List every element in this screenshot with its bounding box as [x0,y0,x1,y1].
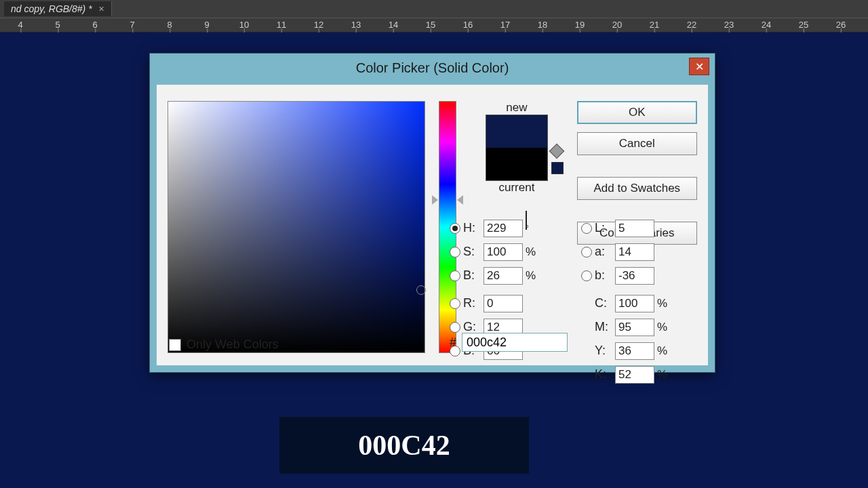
unit-pct-s: % [526,245,542,259]
ruler-tick: 19 [575,18,585,30]
color-swatch-box [486,115,548,181]
cancel-button[interactable]: Cancel [577,132,697,155]
color-picker-dialog: Color Picker (Solid Color) ✕ new current [149,53,715,373]
color-fields: H: ° L: S: % [450,216,697,386]
current-label: current [466,181,567,195]
input-c[interactable] [615,295,654,312]
unit-pct-m: % [657,321,673,334]
label-y: Y: [595,344,612,358]
input-s[interactable] [484,243,523,261]
ruler-tick: 24 [762,18,771,30]
ruler-tick: 7 [130,18,134,30]
label-b-lab: b: [595,268,612,283]
radio-b-hsb[interactable] [450,270,460,281]
label-k: K: [595,367,612,382]
label-s: S: [463,245,481,259]
hex-row: # [450,333,568,352]
ruler-tick: 26 [836,18,846,30]
ruler-tick: 22 [687,18,696,30]
close-icon[interactable]: × [98,3,104,14]
input-a[interactable] [615,243,654,261]
input-h[interactable] [484,220,523,237]
only-web-colors-checkbox[interactable] [169,339,181,351]
saturation-value-field[interactable] [167,101,425,353]
ruler-tick: 16 [463,18,473,30]
ruler-tick: 11 [277,18,286,30]
dialog-close-button[interactable]: ✕ [689,58,709,75]
dialog-body: new current OK Cancel Add to Swatches Co… [157,85,708,365]
radio-g[interactable] [450,322,460,333]
dialog-title: Color Picker (Solid Color) [150,60,715,76]
ruler-tick: 6 [92,18,97,30]
input-m[interactable] [615,319,654,336]
document-tab[interactable]: nd copy, RGB/8#) * × [4,1,112,16]
ruler-tick: 15 [426,18,435,30]
app-tab-bar: nd copy, RGB/8#) * × [0,0,868,18]
label-c: C: [595,296,612,310]
new-color-swatch [486,115,547,148]
hex-banner: 000C42 [279,417,529,474]
unit-pct-b: % [526,269,542,283]
label-a: a: [595,245,612,259]
label-m: M: [595,320,612,334]
document-tab-title: nd copy, RGB/8#) * [11,3,92,14]
text-caret-icon [526,211,527,230]
radio-a[interactable] [581,247,592,258]
ruler-tick: 5 [55,18,60,30]
label-h: H: [463,221,481,235]
ruler-tick: 18 [538,18,547,30]
ruler-tick: 4 [18,18,22,30]
hue-thumb-left-icon [432,195,438,205]
radio-b-lab[interactable] [581,270,592,281]
websafe-swatch[interactable] [551,162,564,174]
ruler-tick: 25 [799,18,808,30]
unit-deg: ° [526,224,542,233]
dialog-titlebar[interactable]: Color Picker (Solid Color) ✕ [150,54,715,82]
ruler-tick: 21 [650,18,659,30]
radio-r[interactable] [450,298,460,309]
ruler-tick: 23 [724,18,734,30]
ruler-tick: 12 [314,18,323,30]
label-b-hsb: B: [463,268,481,283]
ruler-tick: 20 [612,18,622,30]
gamut-warning-icon[interactable] [549,144,564,159]
radio-h[interactable] [450,223,460,234]
ruler-tick: 10 [239,18,249,30]
ruler-tick: 14 [389,18,398,30]
input-b-hsb[interactable] [484,267,523,285]
hue-thumb-right-icon [457,195,463,205]
only-web-colors-label: Only Web Colors [186,338,279,352]
unit-pct-k: % [657,368,673,382]
close-icon: ✕ [695,60,704,73]
ok-button[interactable]: OK [577,101,697,124]
only-web-colors-row: Only Web Colors [169,338,279,352]
radio-l[interactable] [581,223,592,234]
input-k[interactable] [615,366,654,384]
label-g: G: [463,320,481,334]
current-color-swatch[interactable] [486,148,547,180]
radio-s[interactable] [450,247,460,258]
sv-cursor-icon [416,285,426,295]
ruler-tick: 9 [204,18,209,30]
unit-pct-c: % [657,297,673,310]
input-b-lab[interactable] [615,267,654,285]
hex-banner-text: 000C42 [358,429,450,462]
input-l[interactable] [615,220,654,237]
add-to-swatches-button[interactable]: Add to Swatches [577,177,697,200]
picker-area [167,101,425,353]
ruler-tick: 13 [351,18,361,30]
hex-input[interactable] [462,333,568,352]
hex-label: # [450,336,456,350]
label-r: R: [463,296,481,310]
horizontal-ruler: 4567891011121314151617181920212223242526 [0,18,868,33]
ruler-tick: 17 [500,18,510,30]
unit-pct-y: % [657,344,673,358]
input-r[interactable] [484,295,523,312]
new-label: new [466,101,567,115]
ruler-tick: 8 [167,18,172,30]
input-y[interactable] [615,342,654,360]
label-l: L: [595,221,612,235]
